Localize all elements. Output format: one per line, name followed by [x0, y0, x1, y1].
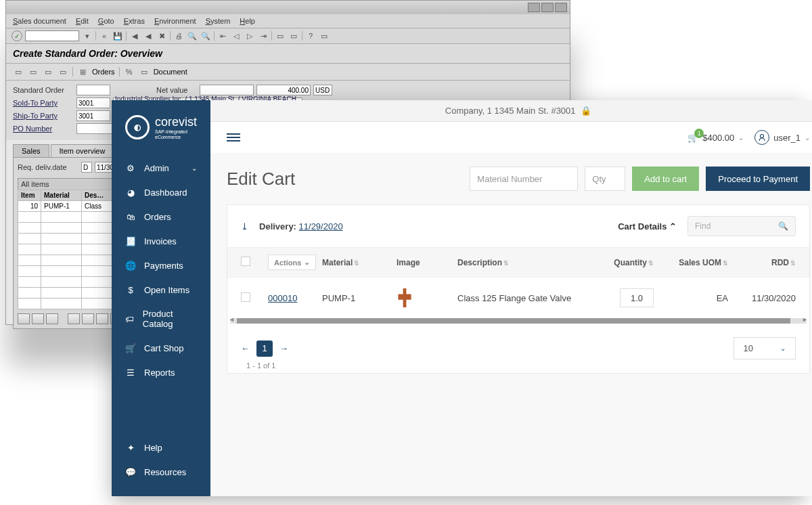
sold-to-label[interactable]: Sold-To Party — [13, 99, 74, 107]
find-next-icon[interactable]: 🔍 — [200, 30, 211, 41]
row-checkbox[interactable] — [241, 292, 250, 302]
net-value-blank[interactable] — [200, 85, 254, 95]
nav-help[interactable]: ✦ Help — [112, 435, 210, 460]
nav-back-icon[interactable]: ◀ — [129, 30, 140, 41]
dropdown-icon[interactable]: ▾ — [82, 30, 93, 41]
nav-reports[interactable]: ☰ Reports — [112, 360, 210, 385]
layout-icon[interactable]: ▭ — [319, 30, 330, 41]
new-session-icon[interactable]: ▭ — [275, 30, 286, 41]
col-material[interactable]: Material — [41, 190, 82, 201]
cart-widget[interactable]: 🛒1 $400.00 ⌄ — [687, 133, 744, 143]
help-icon[interactable]: ? — [305, 30, 316, 41]
col-material[interactable]: Material⇅ — [322, 258, 397, 267]
ship-to-label[interactable]: Ship-To Party — [13, 112, 74, 120]
item-id-link[interactable]: 000010 — [268, 293, 297, 303]
menu-environment[interactable]: Environment — [154, 17, 196, 25]
horizontal-scrollbar[interactable] — [230, 318, 807, 324]
proceed-button[interactable]: Proceed to Payment — [706, 167, 810, 191]
nav-admin[interactable]: ⚙ Admin ⌄ — [112, 156, 210, 180]
nav-invoices[interactable]: 🧾 Invoices — [112, 229, 210, 253]
nav-dashboard[interactable]: ◕ Dashboard — [112, 180, 210, 204]
menu-edit[interactable]: Edit — [76, 17, 89, 25]
tbl-btn-6[interactable] — [96, 313, 108, 324]
orders-label[interactable]: Orders — [92, 68, 115, 76]
col-uom[interactable]: Sales UOM⇅ — [654, 258, 728, 267]
find-icon[interactable]: 🔍 — [187, 30, 198, 41]
shortcut-icon[interactable]: ▭ — [288, 30, 299, 41]
change-icon[interactable]: ▭ — [28, 66, 39, 77]
page-title: Edit Cart — [227, 169, 463, 190]
cell-material[interactable]: PUMP-1 — [41, 201, 82, 212]
menu-extras[interactable]: Extras — [124, 17, 145, 25]
nav-cart-shop[interactable]: 🛒 Cart Shop — [112, 336, 210, 360]
minimize-button[interactable] — [528, 3, 540, 12]
qty-field[interactable]: 1.0 — [620, 288, 654, 307]
page-size-select[interactable]: 10 ⌄ — [734, 337, 796, 359]
pager-prev[interactable]: ← — [241, 343, 250, 353]
find-input[interactable]: Find 🔍 — [687, 216, 796, 236]
material-input[interactable]: Material Number — [470, 167, 578, 191]
tbl-btn-1[interactable] — [18, 313, 30, 324]
actions-button[interactable]: Actions ⌄ — [268, 255, 316, 270]
col-rdd[interactable]: RDD⇅ — [728, 258, 796, 267]
nav-payments[interactable]: 🌐 Payments — [112, 253, 210, 278]
menu-system[interactable]: System — [206, 17, 231, 25]
ok-icon[interactable]: ✓ — [12, 30, 22, 41]
cell-item[interactable]: 10 — [18, 201, 41, 212]
tab-item-overview[interactable]: Item overview — [51, 144, 114, 157]
nav-product-catalog[interactable]: 🏷 Product Catalog — [112, 302, 210, 336]
col-quantity[interactable]: Quantity⇅ — [593, 258, 654, 267]
qty-input[interactable]: Qty — [585, 167, 625, 191]
tbl-btn-2[interactable] — [32, 313, 44, 324]
standard-order-input[interactable] — [76, 85, 110, 95]
nav-orders[interactable]: 🛍 Orders — [112, 204, 210, 229]
nav-exit-icon[interactable]: ◀ — [143, 30, 154, 41]
sold-to-input[interactable]: 3001 — [76, 97, 110, 108]
cart-details-toggle[interactable]: Cart Details ⌃ — [618, 221, 677, 232]
user-widget[interactable]: user_1 ⌄ — [754, 130, 810, 145]
nav-open-items[interactable]: $ Open Items — [112, 278, 210, 302]
pager-next[interactable]: → — [279, 343, 288, 353]
tbl-btn-5[interactable] — [82, 313, 94, 324]
document-label[interactable]: Document — [154, 68, 187, 76]
last-page-icon[interactable]: ⇥ — [258, 30, 269, 41]
maximize-button[interactable] — [541, 3, 554, 12]
delivery-date[interactable]: 11/29/2020 — [299, 221, 343, 232]
ship-to-input[interactable]: 3001 — [76, 110, 110, 121]
add-to-cart-button[interactable]: Add to cart — [632, 167, 699, 191]
nav-resources[interactable]: 💬 Resources — [112, 460, 210, 484]
search-icon: 🔍 — [778, 221, 788, 231]
command-field[interactable] — [25, 30, 79, 41]
document2-icon[interactable]: ▭ — [139, 66, 150, 77]
menu-sales-document[interactable]: Sales document — [13, 17, 66, 25]
net-value-input[interactable]: 400.00 — [256, 85, 311, 95]
other2-icon[interactable]: ▭ — [58, 66, 68, 77]
select-all-checkbox[interactable] — [241, 257, 250, 266]
next-page-icon[interactable]: ▷ — [244, 30, 255, 41]
first-page-icon[interactable]: ⇤ — [217, 30, 228, 41]
close-button[interactable] — [555, 3, 567, 12]
tbl-btn-3[interactable] — [46, 313, 58, 324]
orders-icon[interactable]: ⊞ — [77, 66, 88, 77]
save-icon[interactable]: 💾 — [112, 30, 123, 41]
print-icon[interactable]: 🖨 — [173, 30, 184, 41]
menu-goto[interactable]: Goto — [98, 17, 114, 25]
pager-page[interactable]: 1 — [256, 341, 273, 357]
currency-input[interactable]: USD — [313, 85, 332, 95]
col-description[interactable]: Description⇅ — [457, 258, 593, 267]
hamburger-button[interactable] — [227, 133, 240, 141]
document-icon[interactable]: % — [124, 66, 135, 77]
req-deliv-d[interactable]: D — [81, 162, 92, 173]
col-item[interactable]: Item — [18, 190, 41, 201]
prev-page-icon[interactable]: ◁ — [231, 30, 242, 41]
po-number-label[interactable]: PO Number — [13, 125, 74, 133]
other-icon[interactable]: ▭ — [43, 66, 53, 77]
download-icon[interactable]: ⤓ — [241, 221, 248, 232]
sap-toolbar-secondary: ▭ ▭ ▭ ▭ ⊞ Orders % ▭ Document — [6, 64, 570, 81]
display-icon[interactable]: ▭ — [13, 66, 24, 77]
tab-sales[interactable]: Sales — [13, 144, 49, 157]
nav-cancel-icon[interactable]: ✖ — [156, 30, 167, 41]
menu-help[interactable]: Help — [240, 17, 255, 25]
tbl-btn-4[interactable] — [68, 313, 80, 324]
back-icon[interactable]: « — [99, 30, 110, 41]
